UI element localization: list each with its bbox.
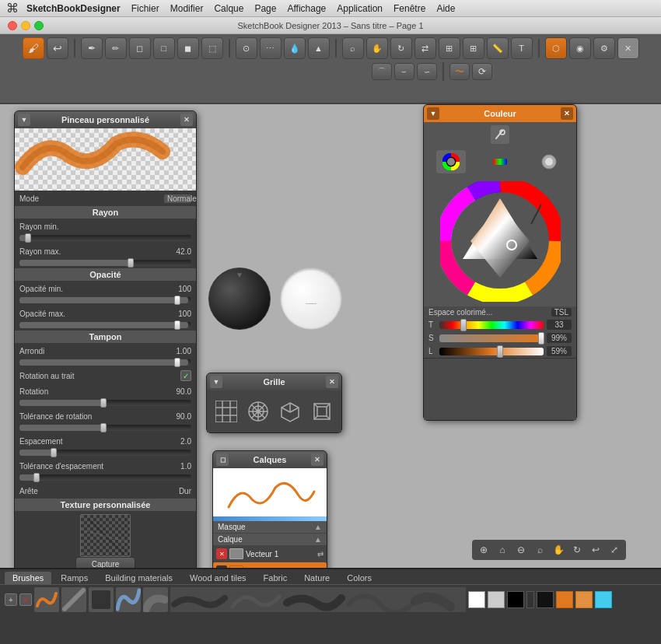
color-tab-wheel[interactable] bbox=[436, 150, 466, 173]
tool-icon-2[interactable]: ⌂ bbox=[495, 542, 510, 558]
tab-fabric[interactable]: Fabric bbox=[256, 572, 296, 584]
color-swatch-black[interactable] bbox=[507, 591, 524, 608]
opacite-max-slider[interactable] bbox=[19, 322, 191, 328]
rotate-btn[interactable]: ↻ bbox=[390, 37, 412, 59]
t-slider[interactable] bbox=[439, 321, 544, 329]
brush-thumb-4[interactable] bbox=[116, 587, 141, 612]
tab-building[interactable]: Building materials bbox=[97, 572, 180, 584]
color-tab-swatch[interactable] bbox=[534, 150, 564, 173]
tool-icon-1[interactable]: ⊕ bbox=[476, 542, 491, 558]
brush-thumb-5[interactable] bbox=[143, 587, 168, 612]
stroke-btn1[interactable]: ⌒ bbox=[372, 63, 392, 80]
tab-ramps[interactable]: Ramps bbox=[53, 572, 96, 584]
color-swatch-cyan[interactable] bbox=[595, 591, 612, 608]
settings-btn[interactable]: ⚙ bbox=[593, 37, 615, 59]
triangle-btn[interactable]: ▲ bbox=[308, 37, 330, 59]
grid-btn[interactable]: ⊞ bbox=[463, 37, 484, 59]
tool-icon-3[interactable]: ⊖ bbox=[513, 542, 529, 558]
color-swatch-ltgray[interactable] bbox=[488, 591, 505, 608]
grid-icon-perspective[interactable] bbox=[307, 397, 337, 426]
brush-panel-collapse[interactable]: ▼ bbox=[18, 114, 30, 126]
calque-expand[interactable]: ▲ bbox=[314, 535, 322, 544]
color-panel-close[interactable]: ✕ bbox=[561, 107, 573, 120]
brush-thumb-3[interactable] bbox=[89, 587, 114, 612]
zoom-btn[interactable]: ⌕ bbox=[342, 37, 364, 59]
remove-brush-btn[interactable]: ✕ bbox=[19, 593, 32, 606]
menu-modifier[interactable]: Modifier bbox=[170, 3, 204, 14]
maximize-window-btn[interactable] bbox=[34, 21, 44, 30]
layer-options-vecteur[interactable]: ⇄ bbox=[317, 550, 324, 558]
eyedropper-btn-color[interactable] bbox=[491, 125, 509, 144]
curl-btn[interactable]: ⟳ bbox=[472, 63, 492, 80]
layer-item-vecteur[interactable]: ✕ Vecteur 1 ⇄ bbox=[213, 545, 327, 562]
tab-nature[interactable]: Nature bbox=[296, 572, 337, 584]
ruler-btn[interactable]: 📏 bbox=[487, 37, 509, 59]
guides-btn[interactable]: ⊞ bbox=[439, 37, 460, 59]
menu-page[interactable]: Page bbox=[254, 3, 276, 14]
rayon-max-slider[interactable] bbox=[19, 260, 191, 266]
rayon-min-slider[interactable] bbox=[19, 235, 191, 241]
mirror-btn[interactable]: ⇄ bbox=[414, 37, 436, 59]
tool-icon-4[interactable]: ⌕ bbox=[532, 542, 547, 558]
brush-tool-btn[interactable]: 🖌 bbox=[23, 37, 44, 59]
add-brush-btn[interactable]: + bbox=[5, 593, 17, 606]
tool-icon-7[interactable]: ↩ bbox=[588, 542, 603, 558]
eyedropper-btn[interactable]: 💧 bbox=[284, 37, 306, 59]
color-tab-gradient[interactable] bbox=[485, 150, 515, 173]
grid-icon-simple[interactable] bbox=[212, 397, 241, 426]
undo-btn[interactable]: ↩ bbox=[47, 37, 68, 59]
grid-panel-close[interactable]: ✕ bbox=[326, 376, 338, 388]
close-window-btn[interactable] bbox=[8, 21, 17, 30]
color-swatch-dkgray[interactable] bbox=[526, 591, 534, 608]
minimize-window-btn[interactable] bbox=[21, 21, 30, 30]
black-brush-circle[interactable]: ▼ bbox=[208, 268, 271, 330]
white-brush-circle[interactable]: ▼ —— bbox=[280, 268, 342, 330]
brush-thumb-2[interactable] bbox=[61, 587, 86, 612]
menu-aide[interactable]: Aide bbox=[436, 3, 455, 14]
brush-thumb-1[interactable] bbox=[34, 587, 59, 612]
rotation-trait-checkbox[interactable]: ✓ bbox=[180, 370, 191, 381]
arrondi-slider[interactable] bbox=[19, 359, 191, 366]
grid-collapse-btn[interactable]: ▼ bbox=[210, 376, 222, 388]
fill-tool-btn[interactable]: ◼ bbox=[177, 37, 199, 59]
wave-btn[interactable]: 〜 bbox=[449, 63, 470, 80]
menu-fenetre[interactable]: Fenêtre bbox=[393, 3, 425, 14]
tool-icon-6[interactable]: ↻ bbox=[569, 542, 585, 558]
grid-icon-iso[interactable] bbox=[275, 397, 305, 426]
tab-colors[interactable]: Colors bbox=[339, 572, 379, 584]
stroke-btn3[interactable]: ∽ bbox=[417, 63, 437, 80]
pan-btn[interactable]: ✋ bbox=[366, 37, 388, 59]
pen-tool-btn[interactable]: ✒ bbox=[81, 37, 103, 59]
masque-expand[interactable]: ▲ bbox=[314, 523, 322, 531]
main-canvas[interactable]: ▼ Pinceau personnalisé ✕ Mode Normale Ra… bbox=[0, 104, 661, 568]
color-wheel-area[interactable] bbox=[424, 177, 576, 306]
menu-calque[interactable]: Calque bbox=[214, 3, 243, 14]
layers-collapse-btn[interactable]: ◻ bbox=[216, 453, 229, 466]
l-slider[interactable] bbox=[439, 348, 544, 355]
s-slider[interactable] bbox=[439, 334, 544, 342]
color-swatch-black2[interactable] bbox=[537, 591, 554, 608]
tolerance-espacement-slider[interactable] bbox=[19, 474, 191, 481]
color-swatch-white[interactable] bbox=[468, 591, 485, 608]
tab-wood[interactable]: Wood and tiles bbox=[182, 572, 254, 584]
marker-tool-btn[interactable]: ✏ bbox=[105, 37, 127, 59]
select-tool-btn[interactable]: ⬚ bbox=[201, 37, 223, 59]
layer-x-btn[interactable]: ✕ bbox=[216, 548, 227, 559]
text-btn[interactable]: T bbox=[511, 37, 533, 59]
close-btn2[interactable]: ✕ bbox=[617, 37, 639, 59]
stroke-btn2[interactable]: ⌣ bbox=[394, 63, 414, 80]
tolerance-rotation-slider[interactable] bbox=[19, 425, 191, 431]
color-btn[interactable]: ◉ bbox=[569, 37, 591, 59]
rotation-slider[interactable] bbox=[19, 400, 191, 406]
magic-wand-btn[interactable]: ⋯ bbox=[260, 37, 282, 59]
menu-affichage[interactable]: Affichage bbox=[287, 3, 326, 14]
layers-panel-close[interactable]: ✕ bbox=[311, 453, 324, 466]
layer-btn[interactable]: ⬡ bbox=[545, 37, 567, 59]
tool-icon-8[interactable]: ⤢ bbox=[607, 542, 622, 558]
espacement-slider[interactable] bbox=[19, 450, 191, 456]
menu-fichier[interactable]: Fichier bbox=[131, 3, 159, 14]
grid-icon-polar[interactable] bbox=[243, 397, 273, 426]
color-swatch-orange2[interactable] bbox=[575, 591, 593, 608]
color-panel-collapse[interactable]: ▼ bbox=[427, 107, 439, 120]
brush-panel-close[interactable]: ✕ bbox=[180, 114, 193, 126]
